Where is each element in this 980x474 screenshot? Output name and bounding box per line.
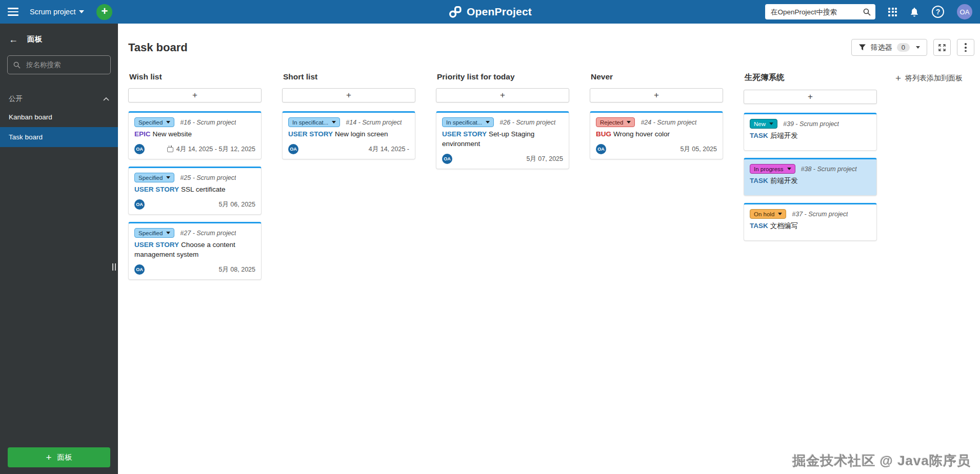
column-title: Wish list	[129, 72, 262, 81]
openproject-logo[interactable]: OpenProject	[448, 5, 532, 19]
add-card-button[interactable]: +	[436, 88, 569, 102]
assignee-avatar[interactable]: OA	[134, 144, 145, 154]
status-badge[interactable]: New	[750, 119, 777, 129]
status-badge[interactable]: Specified	[134, 117, 174, 127]
search-icon[interactable]	[863, 8, 871, 16]
plus-icon: +	[46, 452, 51, 462]
status-badge[interactable]: On hold	[750, 209, 786, 219]
board-column: Priority list for today+In specificat...…	[436, 72, 569, 169]
assignee-avatar[interactable]: OA	[596, 144, 606, 154]
chevron-down-icon	[486, 121, 490, 123]
card-dates: 5月 08, 2025	[218, 265, 255, 274]
assignee-avatar[interactable]: OA	[442, 154, 452, 164]
status-badge[interactable]: In specificat...	[288, 117, 340, 127]
card-meta: #39 - Scrum project	[783, 120, 839, 128]
assignee-avatar[interactable]: OA	[288, 144, 298, 154]
task-card[interactable]: In specificat...#26 - Scrum projectUSER …	[436, 111, 569, 169]
card-list: Specified#16 - Scrum projectEPICNew webs…	[128, 111, 262, 280]
column-title: Never	[591, 72, 723, 81]
add-card-button[interactable]: +	[128, 88, 262, 102]
work-package-title: 后端开发	[770, 132, 798, 139]
board-column: Short list+In specificat...#14 - Scrum p…	[282, 72, 415, 159]
add-card-button[interactable]: +	[744, 90, 877, 104]
card-date-text: 4月 14, 2025 - 5月 12, 2025	[176, 145, 255, 154]
work-package-title: 前端开发	[770, 177, 798, 184]
date-icon	[167, 147, 173, 152]
task-card[interactable]: Specified#25 - Scrum projectUSER STORYSS…	[128, 167, 262, 215]
sidebar-section-label: 公开	[9, 94, 23, 104]
status-badge[interactable]: Rejected	[596, 117, 635, 127]
chevron-down-icon	[332, 121, 336, 123]
card-date-text: 5月 08, 2025	[218, 265, 255, 274]
work-package-type: EPIC	[134, 130, 151, 138]
card-meta: #38 - Scrum project	[801, 166, 857, 173]
sidebar-search[interactable]	[7, 55, 111, 74]
work-package-type: BUG	[596, 130, 611, 138]
project-selector[interactable]: Scrum project	[30, 8, 84, 16]
board-column: Wish list+Specified#16 - Scrum projectEP…	[128, 72, 262, 280]
add-list-button[interactable]: + 将列表添加到面板	[895, 73, 963, 83]
add-card-button[interactable]: +	[590, 88, 723, 102]
card-title: USER STORYSet-up Staging environment	[442, 130, 563, 149]
column-title: Priority list for today	[437, 72, 569, 81]
status-badge[interactable]: Specified	[134, 228, 174, 238]
status-badge-label: In specificat...	[446, 119, 482, 126]
card-date-text: 5月 07, 2025	[526, 155, 563, 163]
more-options-button[interactable]	[957, 39, 974, 56]
assignee-avatar[interactable]: OA	[134, 199, 145, 210]
filter-count-badge: 0	[897, 43, 910, 52]
card-dates: 4月 14, 2025 -	[369, 145, 409, 154]
sidebar-search-input[interactable]	[25, 60, 105, 69]
filter-button[interactable]: 筛选器 0	[851, 39, 927, 56]
assignee-avatar[interactable]: OA	[134, 264, 145, 275]
card-date-text: 5月 05, 2025	[680, 145, 717, 154]
sidebar-item-task-board[interactable]: Task board	[0, 127, 118, 147]
add-card-button[interactable]: +	[282, 88, 415, 102]
notifications-bell-icon[interactable]	[910, 7, 919, 17]
card-top-row: New#39 - Scrum project	[750, 119, 871, 129]
card-top-row: Specified#25 - Scrum project	[134, 173, 255, 182]
task-card[interactable]: Rejected#24 - Scrum projectBUGWrong hove…	[590, 111, 723, 159]
card-top-row: Rejected#24 - Scrum project	[596, 117, 717, 127]
sidebar-header: ← 面板	[0, 24, 118, 51]
status-badge-label: In specificat...	[292, 119, 328, 126]
chevron-down-icon	[916, 46, 920, 49]
fullscreen-button[interactable]	[933, 39, 951, 56]
global-search-input[interactable]	[770, 8, 860, 16]
card-list: New#39 - Scrum projectTASK后端开发In progres…	[744, 113, 877, 241]
task-card[interactable]: Specified#27 - Scrum projectUSER STORYCh…	[128, 222, 262, 280]
sidebar-resize-handle[interactable]	[112, 263, 116, 271]
work-package-title: 文档编写	[770, 222, 798, 230]
card-top-row: Specified#27 - Scrum project	[134, 228, 255, 238]
new-board-button[interactable]: + 面板	[8, 447, 110, 467]
user-avatar[interactable]: OA	[957, 4, 972, 19]
plus-icon: +	[895, 73, 901, 83]
hamburger-menu-icon[interactable]	[8, 6, 18, 18]
status-badge[interactable]: In specificat...	[442, 117, 494, 127]
modules-grid-icon[interactable]	[888, 8, 897, 16]
board-columns: Wish list+Specified#16 - Scrum projectEP…	[128, 72, 877, 280]
work-package-title: New website	[153, 130, 192, 138]
chevron-down-icon	[778, 213, 782, 215]
card-list: In specificat...#14 - Scrum projectUSER …	[282, 111, 415, 159]
help-icon[interactable]: ?	[932, 6, 944, 18]
task-card[interactable]: In progress#38 - Scrum projectTASK前端开发	[744, 158, 877, 196]
quick-add-button[interactable]: +	[96, 4, 112, 20]
sidebar-section-public[interactable]: 公开	[0, 91, 118, 107]
card-date-text: 5月 06, 2025	[218, 200, 255, 209]
global-search[interactable]	[765, 4, 875, 19]
status-badge[interactable]: Specified	[134, 173, 174, 182]
back-arrow-icon[interactable]: ←	[9, 35, 18, 44]
card-meta: #25 - Scrum project	[180, 174, 236, 181]
task-card[interactable]: New#39 - Scrum projectTASK后端开发	[744, 113, 877, 151]
work-package-type: USER STORY	[134, 186, 179, 193]
status-badge[interactable]: In progress	[750, 164, 795, 174]
status-badge-label: On hold	[754, 211, 774, 217]
card-footer: OA4月 14, 2025 - 5月 12, 2025	[134, 144, 255, 154]
topbar-actions: ? OA	[765, 4, 972, 19]
card-date-text: 4月 14, 2025 -	[369, 145, 409, 154]
task-card[interactable]: On hold#37 - Scrum projectTASK文档编写	[744, 203, 877, 241]
task-card[interactable]: Specified#16 - Scrum projectEPICNew webs…	[128, 111, 262, 159]
sidebar-item-kanban-board[interactable]: Kanban board	[0, 107, 118, 127]
task-card[interactable]: In specificat...#14 - Scrum projectUSER …	[282, 111, 415, 159]
